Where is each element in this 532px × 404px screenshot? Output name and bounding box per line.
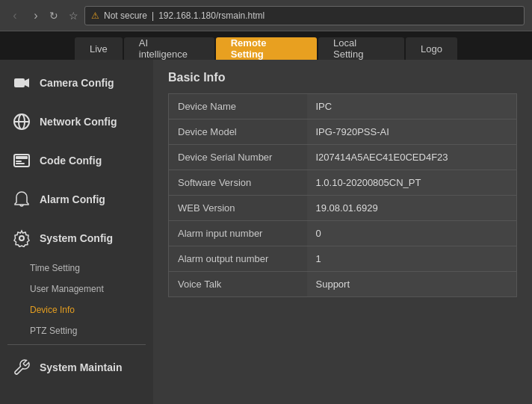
- sidebar-sub-device-info[interactable]: Device Info: [0, 299, 153, 320]
- camera-icon: [11, 72, 32, 93]
- bookmark-icon[interactable]: ☆: [69, 10, 78, 22]
- top-tab-logo[interactable]: Logo: [406, 37, 457, 60]
- row-value-6: 1: [307, 246, 517, 272]
- address-text: 192.168.1.180/rsmain.html: [158, 10, 265, 21]
- wrench-icon: [11, 357, 32, 378]
- table-row: Device Name IPC: [169, 94, 517, 119]
- warning-icon: ⚠: [91, 10, 99, 21]
- sidebar-label-network-config: Network Config: [40, 116, 117, 128]
- table-row: Software Version 1.0.10-20200805CN_PT: [169, 170, 517, 196]
- section-title: Basic Info: [168, 71, 517, 84]
- not-secure-label: Not secure: [104, 10, 147, 21]
- sidebar-item-code-config[interactable]: Code Config: [0, 141, 153, 180]
- row-label-6: Alarm output number: [169, 246, 307, 272]
- basic-info-table: Device Name IPC Device Model IPG-7920PSS…: [168, 93, 517, 297]
- sidebar-item-system-maintain[interactable]: System Maintain: [0, 348, 153, 387]
- row-value-7: Support: [307, 272, 517, 297]
- forward-button[interactable]: ›: [28, 9, 43, 22]
- row-value-1: IPG-7920PSS-AI: [307, 119, 517, 145]
- svg-point-9: [19, 236, 24, 240]
- row-value-4: 19.08.01.6929: [307, 196, 517, 221]
- sidebar-sub-time-setting[interactable]: Time Setting: [0, 258, 153, 279]
- gear-icon: [11, 228, 32, 249]
- network-icon: [11, 111, 32, 132]
- top-tab-ai[interactable]: AI intelligence: [124, 37, 214, 60]
- svg-rect-6: [16, 156, 28, 159]
- top-tab-remote[interactable]: Remote Setting: [216, 37, 317, 60]
- sidebar-item-alarm-config[interactable]: Alarm Config: [0, 180, 153, 219]
- code-icon: [11, 150, 32, 171]
- table-row: Alarm input number 0: [169, 221, 517, 246]
- main-layout: Camera Config Network Config Code Config…: [0, 60, 532, 404]
- svg-rect-7: [16, 161, 22, 162]
- top-nav: LiveAI intelligenceRemote SettingLocal S…: [0, 31, 532, 60]
- row-label-2: Device Serial Number: [169, 145, 307, 170]
- sidebar-divider: [7, 344, 146, 345]
- table-row: Alarm output number 1: [169, 246, 517, 272]
- row-value-0: IPC: [307, 94, 517, 119]
- sidebar-sub-user-management[interactable]: User Management: [0, 279, 153, 299]
- svg-rect-8: [16, 163, 25, 164]
- row-label-7: Voice Talk: [169, 272, 307, 297]
- sidebar-item-network-config[interactable]: Network Config: [0, 102, 153, 141]
- svg-marker-1: [25, 78, 29, 87]
- row-label-5: Alarm input number: [169, 221, 307, 246]
- sidebar-label-system-maintain: System Maintain: [40, 361, 122, 373]
- back-button[interactable]: ‹: [7, 9, 22, 22]
- row-label-1: Device Model: [169, 119, 307, 145]
- table-row: WEB Version 19.08.01.6929: [169, 196, 517, 221]
- reload-button[interactable]: ↻: [49, 10, 58, 22]
- sidebar-label-code-config: Code Config: [40, 155, 102, 167]
- sidebar-label-camera-config: Camera Config: [40, 77, 114, 89]
- sidebar-sub-ptz-setting[interactable]: PTZ Setting: [0, 320, 153, 341]
- address-bar[interactable]: ⚠ Not secure | 192.168.1.180/rsmain.html: [84, 6, 525, 25]
- row-value-5: 0: [307, 221, 517, 246]
- top-tab-live[interactable]: Live: [75, 37, 123, 60]
- row-label-3: Software Version: [169, 170, 307, 196]
- row-value-3: 1.0.10-20200805CN_PT: [307, 170, 517, 196]
- sidebar-item-system-config[interactable]: System Config: [0, 219, 153, 258]
- browser-chrome: ‹ › ↻ ☆ ⚠ Not secure | 192.168.1.180/rsm…: [0, 0, 532, 31]
- sidebar-label-alarm-config: Alarm Config: [40, 193, 105, 205]
- row-label-0: Device Name: [169, 94, 307, 119]
- alarm-icon: [11, 189, 32, 210]
- sidebar: Camera Config Network Config Code Config…: [0, 60, 153, 404]
- row-label-4: WEB Version: [169, 196, 307, 221]
- table-row: Device Serial Number I207414A5AEC41E0CED…: [169, 145, 517, 170]
- table-row: Device Model IPG-7920PSS-AI: [169, 119, 517, 145]
- row-value-2: I207414A5AEC41E0CED4F23: [307, 145, 517, 170]
- svg-rect-0: [14, 78, 25, 87]
- pipe-separator: |: [152, 10, 154, 21]
- sidebar-item-camera-config[interactable]: Camera Config: [0, 63, 153, 102]
- sidebar-label-system-config: System Config: [40, 232, 113, 244]
- top-tab-local[interactable]: Local Setting: [318, 37, 404, 60]
- table-row: Voice Talk Support: [169, 272, 517, 297]
- content-area: Basic Info Device Name IPC Device Model …: [153, 60, 532, 404]
